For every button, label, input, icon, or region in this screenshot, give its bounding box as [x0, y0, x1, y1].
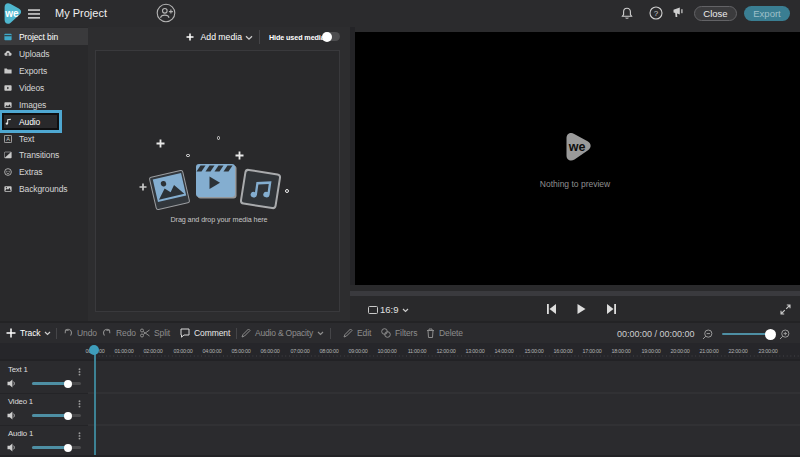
svg-text:?: ?	[654, 9, 659, 18]
svg-text:we: we	[4, 8, 19, 19]
svg-text:A: A	[6, 136, 10, 142]
svg-text:we: we	[568, 140, 586, 154]
